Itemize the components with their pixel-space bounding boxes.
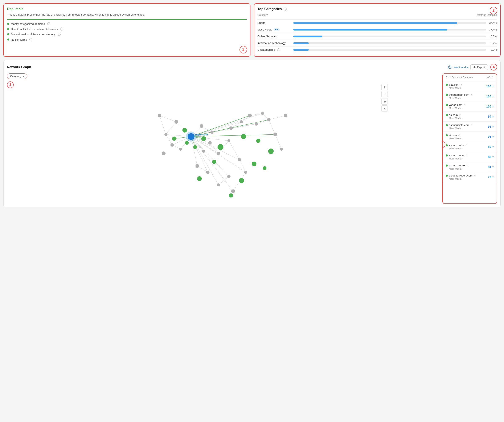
- domain-name-row: si.com ↗: [446, 134, 461, 137]
- svg-point-74: [208, 141, 212, 145]
- domain-right: 89 ▾: [488, 145, 494, 148]
- chevron-down-icon[interactable]: ▾: [492, 105, 494, 108]
- svg-point-85: [182, 128, 187, 133]
- item-text: No link farms: [11, 38, 27, 41]
- how-it-works-button[interactable]: ? How it works: [448, 65, 468, 69]
- domain-name-row: espn.com.br ↗: [446, 144, 467, 147]
- category-dropdown[interactable]: Category ▾: [7, 73, 27, 79]
- svg-line-34: [256, 120, 269, 124]
- pct-onlineservices: 5.5%: [488, 35, 497, 38]
- info-icon[interactable]: i: [47, 22, 50, 25]
- category-name-massmedia: Mass Media You: [258, 28, 291, 31]
- svg-point-94: [252, 162, 257, 166]
- chevron-down-icon[interactable]: ▾: [492, 85, 494, 87]
- chevron-down-icon[interactable]: ▾: [492, 165, 494, 168]
- you-badge: You: [274, 28, 280, 31]
- domain-dot: [446, 124, 448, 126]
- uncategorized-info-icon[interactable]: i: [277, 48, 280, 51]
- category-row-uncategorized: Uncategorized i 2.2%: [258, 46, 497, 53]
- domain-left: bleacherreport.com ↗ Mass Media: [446, 174, 475, 180]
- domain-name-row: yahoo.com ↗: [446, 103, 465, 106]
- categories-info-icon[interactable]: i: [284, 8, 287, 11]
- bar-infotech: [293, 42, 486, 44]
- domain-category: Mass Media: [449, 147, 467, 150]
- chevron-down-icon[interactable]: ▾: [492, 155, 494, 158]
- col-category-label: Category: [258, 13, 268, 16]
- bar-fill-uncategorized: [293, 49, 309, 51]
- external-link-icon[interactable]: ↗: [465, 154, 467, 157]
- domain-right: 100 ▾: [486, 95, 494, 98]
- svg-point-93: [268, 148, 274, 154]
- external-link-icon[interactable]: ↗: [466, 164, 468, 167]
- domain-right: 100 ▾: [486, 105, 494, 108]
- info-icon[interactable]: i: [60, 28, 63, 31]
- domain-left: espncricinfo.com ↗ Mass Media: [446, 123, 473, 130]
- svg-point-99: [263, 166, 267, 170]
- svg-point-60: [171, 143, 174, 147]
- reputable-items-list: Mostly categorized domains i Direct back…: [7, 22, 247, 41]
- domain-name-row: bbc.com ↗: [446, 83, 462, 86]
- zoom-fit-button[interactable]: ⊕: [381, 98, 388, 104]
- zoom-out-button[interactable]: −: [381, 91, 388, 98]
- svg-line-24: [191, 136, 208, 172]
- svg-line-37: [240, 160, 246, 172]
- export-button[interactable]: Export: [470, 64, 488, 70]
- bar-onlineservices: [293, 36, 486, 37]
- domain-right: 81 ▾: [488, 165, 494, 169]
- badge-3: 3: [7, 81, 14, 88]
- svg-line-43: [166, 122, 176, 135]
- domain-item-espncricinfo: espncricinfo.com ↗ Mass Media 93 ▾: [443, 122, 497, 132]
- domain-left: as.com ↗ Mass Media: [446, 113, 461, 119]
- chevron-down-icon[interactable]: ▾: [492, 115, 494, 118]
- chevron-down-icon[interactable]: ▾: [492, 125, 494, 128]
- domain-left: espn.com.br ↗ Mass Media: [446, 144, 467, 150]
- svg-line-48: [269, 116, 286, 120]
- domain-score: 79: [488, 175, 491, 179]
- external-link-icon[interactable]: ↗: [463, 104, 465, 106]
- chevron-down-icon[interactable]: ▾: [492, 145, 494, 148]
- category-row-massmedia: Mass Media You 37.4%: [258, 26, 497, 33]
- external-link-icon[interactable]: ↗: [474, 174, 475, 177]
- green-dot-icon: [7, 38, 9, 41]
- svg-point-71: [273, 133, 277, 136]
- domain-name-row: as.com ↗: [446, 113, 461, 116]
- chevron-down-icon[interactable]: ▾: [492, 176, 494, 178]
- svg-point-95: [239, 178, 244, 183]
- external-link-icon[interactable]: ↗: [459, 114, 461, 116]
- reputable-card: Reputable This is a natural profile that…: [3, 3, 250, 57]
- svg-point-98: [229, 193, 233, 197]
- zoom-expand-button[interactable]: ⤡: [381, 105, 388, 112]
- external-link-icon[interactable]: ↗: [470, 93, 472, 96]
- external-link-icon[interactable]: ↗: [471, 124, 473, 126]
- zoom-in-button[interactable]: +: [381, 84, 388, 90]
- pct-uncategorized: 2.2%: [488, 48, 497, 51]
- domain-category: Mass Media: [449, 167, 468, 170]
- domain-dot: [446, 94, 448, 96]
- chevron-down-icon[interactable]: ▾: [492, 135, 494, 138]
- svg-line-19: [191, 136, 240, 160]
- info-icon[interactable]: i: [30, 38, 32, 41]
- top-categories-card: Top Categories i Category Referring Doma…: [254, 3, 501, 57]
- info-icon[interactable]: i: [58, 33, 60, 36]
- category-name-infotech: Information Technology: [258, 42, 291, 45]
- category-row-sports: Sports 37.4%: [258, 19, 497, 26]
- domain-name: bleacherreport.com: [449, 174, 473, 177]
- svg-line-47: [275, 135, 282, 149]
- green-dot-icon: [7, 28, 9, 30]
- external-link-icon[interactable]: ↗: [460, 83, 462, 86]
- domain-score: 100: [486, 85, 491, 88]
- domain-category: Mass Media: [449, 87, 462, 89]
- external-link-icon[interactable]: ↗: [458, 134, 460, 136]
- svg-point-67: [248, 114, 252, 117]
- badge-2: 2: [490, 7, 497, 14]
- chevron-down-icon[interactable]: ▾: [492, 95, 494, 98]
- svg-point-84: [238, 158, 241, 161]
- external-link-icon[interactable]: ↗: [465, 144, 467, 147]
- svg-point-86: [185, 141, 189, 145]
- domain-item-si: si.com ↗ Mass Media 91 ▾: [443, 132, 497, 142]
- category-name-sports: Sports: [258, 21, 291, 24]
- domain-name: theguardian.com: [449, 93, 469, 96]
- domain-left: si.com ↗ Mass Media: [446, 134, 461, 140]
- domain-right: 79 ▾: [488, 175, 494, 179]
- domain-category: Mass Media: [449, 177, 475, 180]
